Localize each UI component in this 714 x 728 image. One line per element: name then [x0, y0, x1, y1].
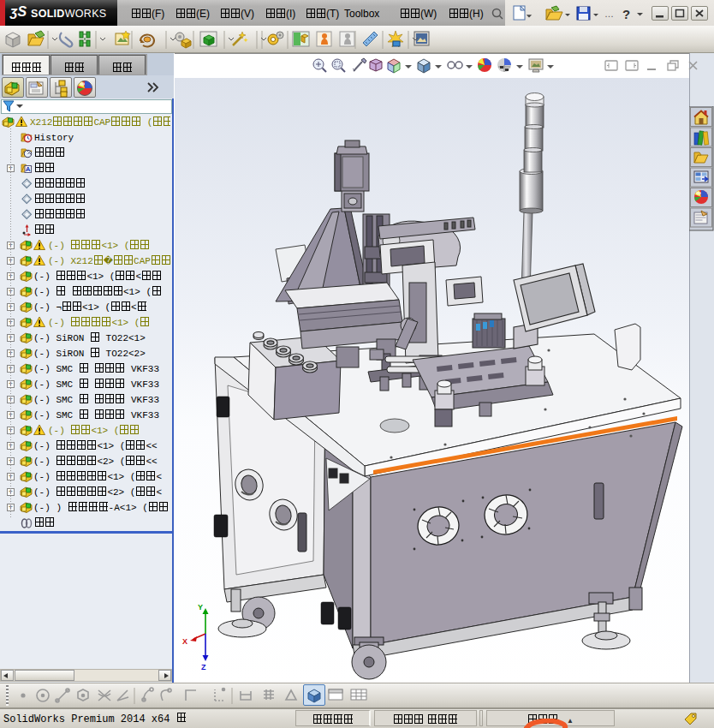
svg-text:A: A [26, 165, 31, 173]
svg-text:Z: Z [201, 663, 206, 671]
svg-text:…: … [604, 9, 614, 19]
svg-text:X: X [182, 637, 187, 646]
svg-text:?: ? [622, 7, 630, 21]
svg-text:Y: Y [198, 603, 203, 612]
